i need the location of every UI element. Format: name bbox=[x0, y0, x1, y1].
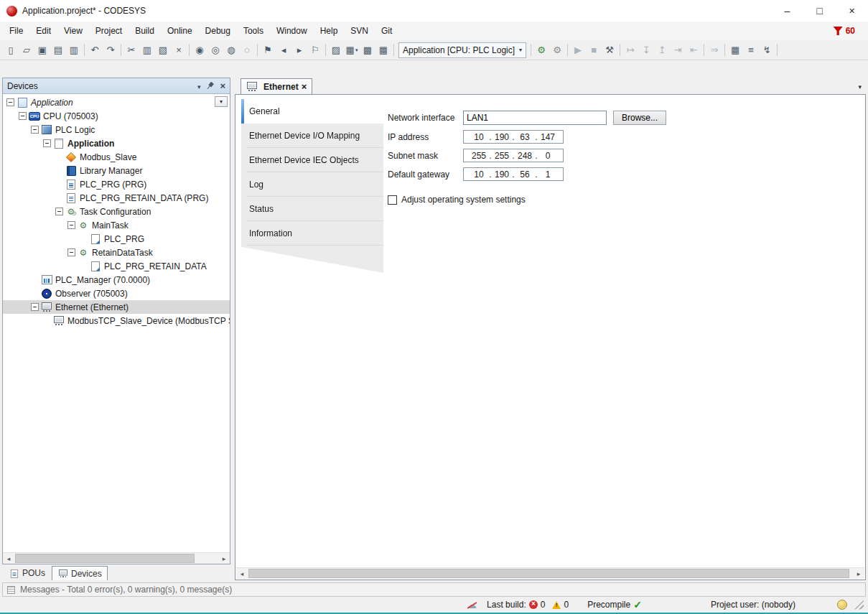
replace-in-project-icon[interactable]: ◌ bbox=[239, 42, 255, 58]
tab-ethernet[interactable]: Ethernet bbox=[241, 78, 312, 94]
clear-bookmarks-icon[interactable]: ⚐ bbox=[307, 42, 323, 58]
collapse-expander-icon[interactable] bbox=[31, 303, 39, 311]
side-tab-general[interactable]: General bbox=[241, 99, 383, 124]
menu-git[interactable]: Git bbox=[375, 23, 398, 39]
tree-item-ethernet-ethernet[interactable]: Ethernet (Ethernet) bbox=[3, 300, 230, 314]
edit-object-list-icon[interactable]: ≡ bbox=[743, 42, 759, 58]
undo-icon[interactable]: ↶ bbox=[87, 42, 103, 58]
redo-icon[interactable]: ↷ bbox=[103, 42, 118, 58]
scroll-left-icon[interactable] bbox=[3, 553, 14, 564]
tree-item-modbus-slave[interactable]: Modbus_Slave bbox=[3, 150, 230, 164]
find-icon[interactable]: ◉ bbox=[192, 42, 207, 58]
step-out-icon[interactable]: ↥ bbox=[654, 42, 670, 58]
set-next-statement-icon[interactable]: ⇤ bbox=[686, 42, 701, 58]
adjust-settings-checkbox[interactable] bbox=[388, 195, 397, 205]
close-button[interactable]: × bbox=[836, 0, 868, 22]
step-into-icon[interactable]: ↧ bbox=[638, 42, 654, 58]
pin-panel-icon[interactable] bbox=[205, 80, 215, 91]
tree-item-task-configuration[interactable]: Task Configuration bbox=[3, 205, 230, 218]
menu-online[interactable]: Online bbox=[161, 23, 199, 39]
tab-list-dropdown-icon[interactable] bbox=[858, 81, 862, 91]
message-filter-badge[interactable]: 60 bbox=[834, 26, 855, 36]
build-icon[interactable]: ⚒ bbox=[602, 42, 617, 58]
tree-item-application[interactable]: Application bbox=[3, 96, 230, 109]
menu-build[interactable]: Build bbox=[129, 23, 161, 39]
side-tab-log[interactable]: Log bbox=[241, 172, 383, 197]
messages-bar[interactable]: Messages - Total 0 error(s), 0 warning(s… bbox=[2, 582, 866, 597]
next-bookmark-icon[interactable]: ▸ bbox=[291, 42, 307, 58]
paste-icon[interactable]: ▧ bbox=[155, 42, 171, 58]
single-cycle-icon[interactable]: ⇒ bbox=[706, 42, 722, 58]
tree-item-modbustcp-slave-device-modbustcp-slave[interactable]: ModbusTCP_Slave_Device (ModbusTCP Slave bbox=[3, 314, 230, 327]
scrollbar-thumb[interactable] bbox=[15, 554, 195, 563]
close-tab-icon[interactable] bbox=[302, 81, 307, 92]
bookmark-toggle-icon[interactable]: ⚑ bbox=[260, 42, 276, 58]
collapse-expander-icon[interactable] bbox=[31, 126, 39, 134]
replace-icon[interactable]: ◎ bbox=[207, 42, 223, 58]
close-panel-icon[interactable] bbox=[220, 80, 225, 91]
tree-item-retaindatatask[interactable]: RetainDataTask bbox=[3, 246, 230, 259]
login-icon[interactable]: ⚙ bbox=[533, 42, 549, 58]
menu-help[interactable]: Help bbox=[314, 23, 345, 39]
start-icon[interactable]: ▶ bbox=[570, 42, 586, 58]
collapse-expander-icon[interactable] bbox=[6, 98, 14, 106]
menu-project[interactable]: Project bbox=[89, 23, 129, 39]
panel-menu-dropdown-icon[interactable] bbox=[197, 81, 201, 91]
online-config-icon[interactable]: ⚙ bbox=[549, 42, 565, 58]
maximize-button[interactable]: □ bbox=[803, 0, 836, 22]
collapse-expander-icon[interactable] bbox=[55, 208, 63, 215]
resize-grip[interactable] bbox=[854, 600, 864, 610]
open-project-icon[interactable]: ▱ bbox=[19, 42, 34, 58]
menu-window[interactable]: Window bbox=[270, 23, 314, 39]
ip-address-input[interactable]: 10.190.63.147 bbox=[463, 130, 564, 144]
side-tab-information[interactable]: Information bbox=[241, 221, 383, 246]
devices-hscroll[interactable] bbox=[3, 552, 230, 564]
menu-svn[interactable]: SVN bbox=[344, 23, 375, 39]
tree-item-application[interactable]: Application bbox=[3, 136, 230, 150]
scroll-right-icon[interactable] bbox=[853, 568, 864, 579]
collapse-expander-icon[interactable] bbox=[67, 248, 75, 256]
scroll-left-icon[interactable] bbox=[236, 568, 248, 579]
side-tab-ethernet-device-iec-objects[interactable]: Ethernet Device IEC Objects bbox=[241, 148, 383, 172]
scroll-right-icon[interactable] bbox=[218, 553, 230, 564]
menu-tools[interactable]: Tools bbox=[237, 23, 270, 39]
tree-item-plc-prg-prg[interactable]: PLC_PRG (PRG) bbox=[3, 177, 230, 191]
build-configuration-icon[interactable]: ▦ bbox=[375, 42, 391, 58]
menu-edit[interactable]: Edit bbox=[29, 23, 57, 39]
collapse-expander-icon[interactable] bbox=[67, 221, 75, 229]
find-in-project-icon[interactable]: ◍ bbox=[223, 42, 239, 58]
collapse-expander-icon[interactable] bbox=[19, 112, 27, 120]
tree-item-plc-logic[interactable]: PLC Logic bbox=[3, 123, 230, 136]
active-application-combo[interactable]: Application [CPU: PLC Logic]▾ bbox=[398, 42, 526, 58]
delete-icon[interactable]: × bbox=[171, 42, 187, 58]
paste-special-icon[interactable]: ▨ bbox=[328, 42, 344, 58]
tree-item-plc-prg[interactable]: PLC_PRG bbox=[3, 232, 230, 246]
editor-hscroll[interactable] bbox=[236, 567, 864, 579]
tree-item-maintask[interactable]: MainTask bbox=[3, 218, 230, 232]
menu-file[interactable]: File bbox=[3, 23, 29, 39]
scrollbar-thumb[interactable] bbox=[248, 569, 849, 578]
default-gateway-input[interactable]: 10.190.56.1 bbox=[463, 167, 564, 181]
cut-icon[interactable]: ✂ bbox=[123, 42, 139, 58]
force-values-icon[interactable]: ↯ bbox=[759, 42, 775, 58]
collapse-expander-icon[interactable] bbox=[43, 139, 51, 147]
minimize-button[interactable]: – bbox=[771, 0, 803, 22]
panel-tab-pous[interactable]: POUs bbox=[4, 566, 50, 580]
network-interface-input[interactable] bbox=[463, 111, 607, 125]
device-communication-icon[interactable]: ▦ bbox=[727, 42, 743, 58]
copy-pages-icon[interactable]: ▥ bbox=[66, 42, 82, 58]
tree-item-library-manager[interactable]: Library Manager bbox=[3, 164, 230, 177]
save-icon[interactable]: ▣ bbox=[34, 42, 50, 58]
copy-icon[interactable]: ▥ bbox=[139, 42, 155, 58]
tree-view-selector-dropdown[interactable] bbox=[215, 96, 228, 107]
tree-item-plc-prg-retain-data[interactable]: PLC_PRG_RETAIN_DATA bbox=[3, 259, 230, 273]
menu-view[interactable]: View bbox=[57, 23, 89, 39]
tree-item-cpu-705003[interactable]: CPU (705003) bbox=[3, 109, 230, 123]
object-browser-icon[interactable]: ▦▾ bbox=[344, 42, 360, 58]
side-tab-status[interactable]: Status bbox=[241, 197, 383, 221]
tree-item-plc-prg-retain-data-prg[interactable]: PLC_PRG_RETAIN_DATA (PRG) bbox=[3, 191, 230, 205]
new-file-icon[interactable]: ▯ bbox=[3, 42, 19, 58]
subnet-mask-input[interactable]: 255.255.248.0 bbox=[463, 149, 564, 162]
panel-tab-devices[interactable]: Devices bbox=[52, 566, 108, 580]
stop-icon[interactable]: ■ bbox=[586, 42, 602, 58]
